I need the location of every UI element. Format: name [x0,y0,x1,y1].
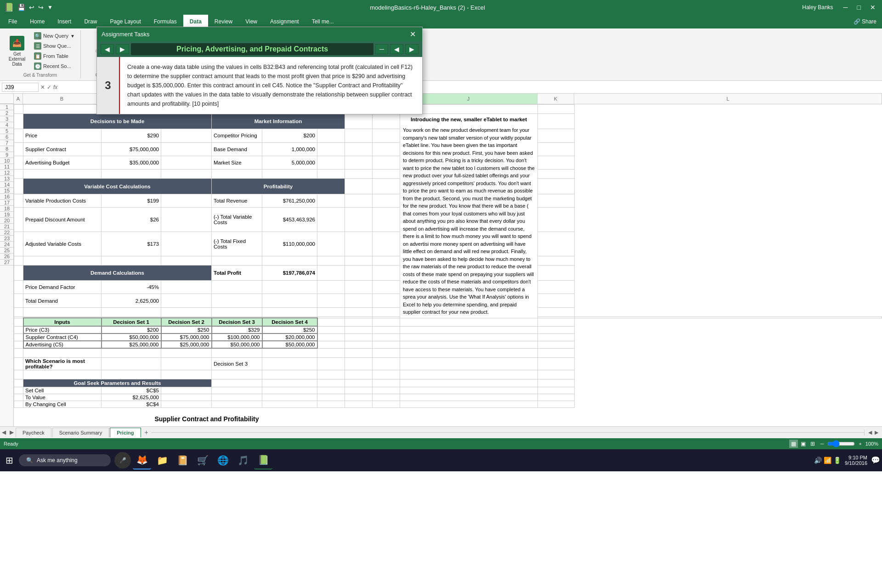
cell-f8[interactable]: $761,250,000 [262,194,317,207]
cell-f21[interactable] [262,348,317,357]
cell-j21[interactable] [400,348,538,357]
cell-e11[interactable] [212,256,262,265]
cell-f15[interactable] [262,307,317,317]
cell-d3[interactable] [161,129,212,142]
cell-c5[interactable]: $35,000,000 [102,156,161,170]
cell-b8[interactable]: Variable Production Costs [23,194,102,207]
cell-c17[interactable]: Decision Set 1 [102,318,161,326]
dialog-close-btn[interactable]: ✕ [408,30,418,39]
cell-d6[interactable] [161,170,212,179]
cell-g8[interactable] [317,194,345,207]
sheet-scroll-left[interactable]: ◀ [0,429,8,435]
cell-k16[interactable] [575,317,882,318]
cell-f18[interactable]: $250 [262,326,317,334]
tab-pricing[interactable]: Pricing [110,428,141,437]
cell-h23[interactable] [345,370,373,379]
cell-a19[interactable] [14,334,23,341]
cell-e23[interactable] [212,370,262,379]
taskbar-note[interactable]: 📔 [173,451,192,469]
cell-j18[interactable] [400,326,538,334]
cell-e10[interactable]: (-) Total Fixed Costs [212,232,262,256]
cell-a2[interactable] [14,114,23,129]
cell-d22[interactable] [161,357,212,370]
cell-i10[interactable] [373,232,400,256]
page-break-btn[interactable]: ⊞ [808,440,817,448]
taskbar-file-manager[interactable]: 📁 [153,451,171,469]
cell-k18[interactable] [538,326,575,334]
get-external-data-btn[interactable]: 📥 Get External Data [4,34,30,68]
cell-c6[interactable] [102,170,161,179]
cell-h20[interactable] [345,341,373,348]
cell-c25[interactable]: $C$5 [102,387,161,394]
tab-paycheck[interactable]: Paycheck [16,428,51,437]
cell-a4[interactable] [14,142,23,156]
cell-f24[interactable] [262,379,317,387]
cell-e13[interactable] [212,281,262,294]
cell-a17[interactable] [14,318,23,326]
sheet-scroll-right[interactable]: ▶ [8,429,16,435]
cell-g22[interactable] [317,357,345,370]
dialog-prev-btn[interactable]: ◀ [101,44,114,54]
cell-f12[interactable]: $197,786,074 [262,265,317,280]
cell-k5[interactable] [538,156,575,170]
cell-b11[interactable] [23,256,102,265]
cell-k13[interactable] [538,281,575,294]
cell-j20[interactable] [400,341,538,348]
dialog-collapse-right-btn[interactable]: ▶ [405,44,418,54]
cell-h14[interactable] [345,294,373,307]
tab-insert[interactable]: Insert [51,15,78,28]
cell-c10[interactable]: $173 [102,232,161,256]
cell-k20[interactable] [538,341,575,348]
cell-i25[interactable] [373,387,400,394]
cell-f6[interactable] [262,170,317,179]
cell-b10[interactable]: Adjusted Variable Costs [23,232,102,256]
cell-g5[interactable] [317,156,345,170]
cell-a11[interactable] [14,256,23,265]
cell-g9[interactable] [317,208,345,232]
cell-k15[interactable] [538,307,575,317]
cell-c11[interactable] [102,256,161,265]
quick-access-redo[interactable]: ↪ [38,4,44,11]
search-bar[interactable]: 🔍 Ask me anything [19,454,111,466]
cell-a25[interactable] [14,387,23,394]
cell-i9[interactable] [373,208,400,232]
cell-g3[interactable] [317,129,345,142]
cell-a7[interactable] [14,179,23,194]
cell-a10[interactable] [14,232,23,256]
cell-d5[interactable] [161,156,212,170]
zoom-slider[interactable] [827,440,855,447]
cell-f3[interactable]: $200 [262,129,317,142]
cell-d18[interactable]: $250 [161,326,212,334]
cell-b14[interactable]: Total Demand [23,294,102,307]
cell-j22[interactable] [400,357,538,370]
cell-b13[interactable]: Price Demand Factor [23,281,102,294]
cell-h22[interactable] [345,357,373,370]
cell-k8[interactable] [538,194,575,207]
cell-k9[interactable] [538,208,575,232]
cell-h2[interactable] [373,114,400,129]
taskbar-firefox[interactable]: 🦊 [133,451,151,469]
tab-file[interactable]: File [2,15,23,28]
cell-k2[interactable] [538,114,575,129]
cell-h27[interactable] [345,401,373,407]
cell-b5[interactable]: Advertising Budget [23,156,102,170]
cell-g23[interactable] [317,370,345,379]
cell-f19[interactable]: $20,000,000 [262,334,317,341]
cell-i3[interactable] [373,129,400,142]
cell-g17[interactable] [317,318,345,326]
cell-j19[interactable] [400,334,538,341]
cell-i21[interactable] [373,348,400,357]
cell-f26[interactable] [262,394,317,401]
cell-c27[interactable]: $C$4 [102,401,161,407]
cell-h11[interactable] [345,256,373,265]
cell-a15[interactable] [14,307,23,317]
cell-g21[interactable] [317,348,345,357]
cell-b26[interactable]: To Value [23,394,102,401]
cell-j2-intro[interactable]: Introducing the new, smaller eTablet to … [400,114,538,318]
cell-b20[interactable]: Advertising (C5) [23,341,102,348]
cell-k14[interactable] [538,294,575,307]
cell-d19[interactable]: $75,000,000 [161,334,212,341]
cell-a23[interactable] [14,370,23,379]
from-table-btn[interactable]: 📋 From Table [32,51,77,61]
cell-g12[interactable] [317,265,345,280]
